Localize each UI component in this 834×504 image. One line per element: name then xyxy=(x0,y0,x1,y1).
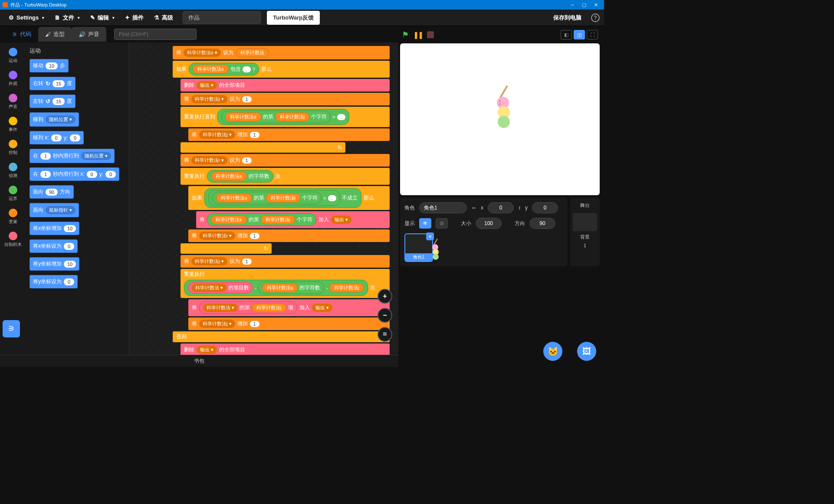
ws-block[interactable]: ↻ xyxy=(181,142,345,153)
ws-block[interactable]: 否则 xyxy=(173,331,390,342)
block-goto-xy[interactable]: 移到 x:0y:0 xyxy=(30,131,84,144)
ws-block[interactable]: 重复执行科学计数法s的字符数次 xyxy=(181,168,390,185)
backpack[interactable]: 书包 xyxy=(0,355,398,367)
ws-block[interactable]: 将科学计数法i ▾设为1 xyxy=(181,154,390,167)
workspace[interactable]: 将科学计数法s ▾设为科学计数法 如果科学计数法s包含.?那么 删除输出 ▾的全… xyxy=(129,43,398,355)
ws-block[interactable]: 将科学计数法s ▾设为科学计数法 xyxy=(173,46,390,59)
block-set-x[interactable]: 将x坐标设为0 xyxy=(30,239,78,253)
block-change-x[interactable]: 将x坐标增加10 xyxy=(30,222,79,235)
advanced-menu[interactable]: ⚗高级 xyxy=(150,11,177,24)
ws-block[interactable]: ↻ xyxy=(181,243,272,254)
loop-icon: ↻ xyxy=(338,144,342,151)
ws-block[interactable]: 重复执行直到科学计数法s的第科学计数法j个字符=. xyxy=(181,107,390,127)
ws-block[interactable]: 删除输出 ▾的全部项目 xyxy=(181,344,390,355)
addon-button[interactable]: ⚞ xyxy=(3,320,20,337)
stage[interactable]: • • xyxy=(400,43,600,195)
feedback-button[interactable]: TurboWarp反馈 xyxy=(267,11,320,25)
block-goto[interactable]: 移到随机位置 ▾ xyxy=(30,112,79,127)
stage-panel[interactable]: 舞台 背景 1 xyxy=(570,198,600,266)
block-change-y[interactable]: 将y坐标增加10 xyxy=(30,257,79,271)
ws-block[interactable]: 删除输出 ▾的全部项目 xyxy=(181,79,390,92)
stop-icon[interactable] xyxy=(427,31,434,38)
cat-sensing[interactable]: 侦测 xyxy=(9,163,17,179)
pause-icon[interactable]: ❚❚ xyxy=(413,31,423,39)
block-glide-xy[interactable]: 在1秒内滑行到 x:0y:0 xyxy=(30,167,119,181)
ws-block[interactable]: 将科学计数法j ▾设为1 xyxy=(181,93,390,105)
maximize-icon[interactable]: ▢ xyxy=(582,2,586,8)
code-icon: ⚞ xyxy=(12,31,17,38)
sprite-x-input[interactable] xyxy=(488,202,514,213)
xy-icon: ↔ xyxy=(471,205,476,211)
block-palette: 运动 移动10步 右转↻15度 左转↺15度 移到随机位置 ▾ 移到 x:0y:… xyxy=(26,43,129,355)
brush-icon: 🖌 xyxy=(45,31,51,38)
block-glide[interactable]: 在1秒内滑行到随机位置 ▾ xyxy=(30,149,115,163)
layout-small-button[interactable]: ◧ xyxy=(561,30,572,39)
zoom-in-button[interactable]: + xyxy=(378,289,392,304)
project-name-input[interactable] xyxy=(183,11,261,24)
show-button[interactable]: 👁 xyxy=(419,218,431,229)
help-icon[interactable]: ? xyxy=(591,13,600,22)
window-title: 作品 - TurboWarp Desktop xyxy=(10,2,66,8)
cat-motion[interactable]: 运动 xyxy=(9,48,17,64)
zoom-reset-button[interactable]: = xyxy=(378,327,392,342)
cat-control[interactable]: 控制 xyxy=(9,140,17,156)
sprite-name-input[interactable] xyxy=(419,202,467,213)
hide-button[interactable]: ⊘ xyxy=(436,218,448,229)
zoom-out-button[interactable]: − xyxy=(378,308,392,323)
find-input[interactable] xyxy=(114,29,197,40)
sprite-label: 角色 xyxy=(404,204,415,212)
tab-code[interactable]: ⚞代码 xyxy=(5,27,38,42)
addons-menu[interactable]: ✦插件 xyxy=(121,11,148,24)
file-icon: 🗎 xyxy=(55,14,60,21)
fullscreen-button[interactable]: ⛶ xyxy=(587,30,598,39)
block-move-steps[interactable]: 移动10步 xyxy=(30,59,69,72)
cat-looks[interactable]: 外观 xyxy=(9,71,17,87)
sprite-info-panel: 角色 ↔ x ↕ y 显示 👁 ⊘ 大小 方向 xyxy=(400,198,568,266)
cat-myblocks[interactable]: 自制积木 xyxy=(4,232,22,248)
settings-menu[interactable]: ⚙Settings xyxy=(4,12,49,23)
sprite-dir-input[interactable] xyxy=(529,218,555,229)
sprite-thumbnail[interactable]: ✕ 角色1 xyxy=(404,233,433,262)
ws-block[interactable]: 如果科学计数法s包含.?那么 xyxy=(173,61,390,78)
palette-title: 运动 xyxy=(30,47,125,55)
block-turn-left[interactable]: 左转↺15度 xyxy=(30,95,76,108)
layout-large-button[interactable]: ◫ xyxy=(574,30,585,39)
puzzle-icon: ✦ xyxy=(125,14,130,21)
sprite-y-input[interactable] xyxy=(532,202,558,213)
cat-events[interactable]: 事件 xyxy=(9,117,17,133)
ws-block[interactable]: 将科学计数法j ▾增加1 xyxy=(188,128,390,141)
edit-menu[interactable]: ✎编辑 xyxy=(86,11,119,24)
cat-variables[interactable]: 变量 xyxy=(9,209,17,225)
file-menu[interactable]: 🗎文件 xyxy=(50,11,84,24)
block-turn-right[interactable]: 右转↻15度 xyxy=(30,77,76,90)
close-icon[interactable]: ✕ xyxy=(594,2,598,8)
ws-block[interactable]: 将科学计数法j ▾增加1 xyxy=(188,317,390,330)
ws-block[interactable]: 重复执行科学计数法 ▾的项目数-科学计数法s的字符数-科学计数法j次 xyxy=(181,269,390,298)
app-icon xyxy=(3,2,8,7)
save-button[interactable]: 保存到电脑 xyxy=(549,11,586,24)
green-flag-icon[interactable]: ⚑ xyxy=(402,30,409,39)
editor-tabs: ⚞代码 🖌造型 🔊声音 xyxy=(0,26,398,43)
ws-block[interactable]: 将科学计数法i ▾增加1 xyxy=(188,229,390,242)
tab-sounds[interactable]: 🔊声音 xyxy=(72,27,106,42)
add-backdrop-button[interactable]: 🖼 xyxy=(577,342,596,361)
edit-icon: ✎ xyxy=(90,14,95,21)
cat-sound[interactable]: 声音 xyxy=(9,94,17,110)
stage-thumbnail[interactable] xyxy=(573,213,597,231)
ws-block[interactable]: 将科学计数法s的第科学计数法i个字符加入输出 ▾ xyxy=(196,211,390,228)
block-set-y[interactable]: 将y坐标设为0 xyxy=(30,275,78,288)
xy-icon: ↕ xyxy=(518,205,521,211)
ws-block[interactable]: 将科学计数法j ▾设为1 xyxy=(181,255,390,268)
cat-operators[interactable]: 运算 xyxy=(9,186,17,202)
block-point-dir[interactable]: 面向90方向 xyxy=(30,185,74,199)
loop-icon: ↻ xyxy=(264,245,268,252)
minimize-icon[interactable]: ─ xyxy=(571,2,574,8)
sprite-size-input[interactable] xyxy=(476,218,502,229)
ws-block[interactable]: 将科学计数法 ▾的第科学计数法j项加入输出 ▾ xyxy=(188,299,390,316)
block-point-towards[interactable]: 面向鼠标指针 ▾ xyxy=(30,203,79,217)
add-sprite-button[interactable]: 🐱 xyxy=(543,342,562,361)
sound-icon: 🔊 xyxy=(79,31,85,38)
delete-sprite-icon[interactable]: ✕ xyxy=(426,232,434,240)
tab-costumes[interactable]: 🖌造型 xyxy=(38,27,72,42)
ws-block[interactable]: 如果科学计数法s的第科学计数法i个字符=.不成立那么 xyxy=(188,186,390,210)
